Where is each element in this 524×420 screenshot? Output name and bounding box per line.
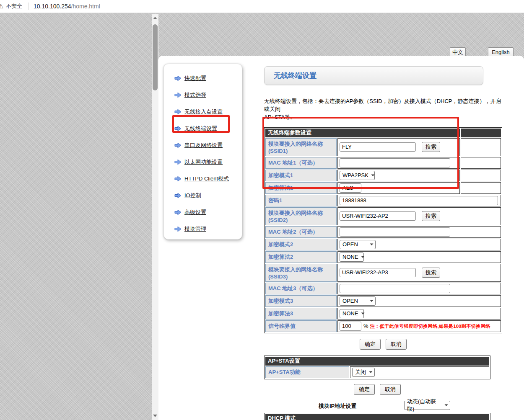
ssid3-input[interactable] (340, 268, 416, 277)
sidebar-item-ap-settings[interactable]: 无线接入点设置 (164, 103, 242, 120)
table-row: 加密模式3 OPEN (265, 295, 501, 307)
sidebar-item-label[interactable]: 高级设置 (184, 209, 206, 216)
chevron-down-icon (370, 300, 374, 302)
table-row: 加密算法3 NONE (265, 308, 501, 320)
ssid1-input[interactable] (340, 142, 416, 152)
row-label: AP+STA功能 (265, 366, 349, 378)
table-row: 加密算法1 AES (265, 182, 501, 194)
table-row: MAC 地址1（可选） (265, 157, 501, 169)
sidebar-item-module-management[interactable]: 模块管理 (164, 221, 242, 237)
arrow-right-icon (174, 193, 182, 198)
scrollbar-up-icon (153, 17, 157, 19)
sidebar-item-sta-settings[interactable]: 无线终端设置 (164, 120, 242, 137)
arrow-right-icon (174, 226, 182, 232)
ip-mode-select[interactable]: 动态(自动获取) (404, 401, 450, 410)
mac3-input[interactable] (340, 284, 450, 293)
row-label: 加密算法2 (265, 251, 337, 263)
arrow-right-icon (174, 142, 182, 148)
apsta-function-select[interactable]: 关闭 (352, 368, 375, 377)
sidebar-item-label[interactable]: 快速配置 (184, 75, 206, 82)
sta-params-table: 无线终端参数设置 模块要接入的网络名称(SSID1) 搜索 MAC 地址1（可选… (264, 127, 502, 333)
ssid2-search-button[interactable]: 搜索 (422, 211, 440, 221)
row-label: MAC 地址1（可选） (265, 157, 337, 169)
sta-cancel-button[interactable]: 取消 (386, 339, 407, 350)
encryption-mode2-select[interactable]: OPEN (340, 240, 376, 249)
apsta-table: AP+STA设置 AP+STA功能 关闭 (264, 356, 490, 379)
chevron-down-icon (444, 404, 448, 407)
sidebar-item-label[interactable]: 模式选择 (184, 91, 206, 99)
sta-ok-button[interactable]: 确定 (360, 339, 381, 350)
sidebar-item-advanced[interactable]: 高级设置 (164, 204, 242, 221)
ssid2-input[interactable] (340, 211, 416, 221)
row-label: 加密模式1 (265, 170, 337, 181)
sidebar-item-label[interactable]: 模块管理 (184, 225, 206, 233)
scrollbar-down-button[interactable] (152, 412, 158, 419)
row-label: MAC 地址3（可选） (265, 283, 337, 294)
arrow-right-icon (174, 209, 182, 215)
table-header: DHCP 模式 (265, 414, 489, 420)
vertical-scrollbar[interactable] (152, 14, 158, 420)
row-label: 加密模式3 (265, 295, 337, 307)
browser-address-bar[interactable]: ⚠ 不安全 10.10.100.254/home.html (0, 0, 524, 13)
empty-cell (461, 182, 501, 194)
page-title: 无线终端设置 (274, 71, 316, 80)
arrow-right-icon (174, 176, 182, 182)
sidebar-item-httpd-client[interactable]: HTTPD Client模式 (164, 170, 242, 187)
mac2-input[interactable] (340, 227, 450, 237)
module-ip-label: 模块IP地址设置 (319, 402, 356, 410)
table-row: 加密模式1 WPA2PSK (265, 170, 501, 181)
chevron-down-icon (370, 243, 374, 246)
chevron-down-icon (361, 312, 365, 315)
table-row: 加密算法2 NONE (265, 251, 501, 263)
encryption-mode3-select[interactable]: OPEN (340, 296, 376, 306)
sidebar-item-label[interactable]: HTTPD Client模式 (184, 175, 229, 183)
divider (28, 3, 29, 10)
sidebar-item-quick-config[interactable]: 快速配置 (164, 70, 242, 87)
table-header: 无线终端参数设置 (265, 129, 460, 137)
url-host: 10.10.100.254 (34, 3, 71, 10)
url-path: /home.html (71, 3, 100, 10)
scrollbar-thumb[interactable] (153, 24, 158, 90)
ssid1-search-button[interactable]: 搜索 (422, 142, 440, 152)
security-label: 不安全 (6, 3, 22, 10)
mac1-input[interactable] (340, 158, 450, 167)
sidebar-item-mode-select[interactable]: 模式选择 (164, 87, 242, 103)
empty-cell (461, 138, 501, 156)
arrow-right-icon (174, 126, 182, 131)
encryption-algorithm2-select[interactable]: NONE (340, 253, 364, 262)
chevron-down-icon (361, 256, 365, 258)
sidebar-item-label[interactable]: 串口及网络设置 (184, 142, 223, 149)
sidebar-item-io-control[interactable]: IO控制 (164, 187, 242, 204)
table-row: 密码1 (265, 195, 501, 206)
sidebar-item-label[interactable]: 无线终端设置 (184, 125, 217, 132)
table-row: 模块要接入的网络名称(SSID1) 搜索 (265, 138, 501, 156)
encryption-algorithm1-select[interactable]: AES (340, 183, 361, 193)
signal-threshold-input[interactable] (340, 322, 361, 331)
encryption-algorithm3-select[interactable]: NONE (340, 309, 364, 318)
row-label: 信号临界值 (265, 320, 337, 332)
signal-threshold-note: 注：低于此信号强度即切换网络,如果是100则不切换网络 (370, 324, 490, 329)
scrollbar-up-button[interactable] (152, 15, 158, 21)
row-label: 模块要接入的网络名称(SSID2) (265, 207, 337, 225)
url-text: 10.10.100.254/home.html (34, 3, 100, 10)
apsta-ok-button[interactable]: 确定 (354, 384, 375, 395)
ssid3-search-button[interactable]: 搜索 (422, 268, 440, 278)
password1-input[interactable] (340, 196, 498, 205)
empty-cell (461, 157, 501, 169)
arrow-right-icon (174, 159, 182, 165)
row-label: 加密算法1 (265, 182, 337, 194)
not-secure-warning-icon: ⚠ (0, 3, 3, 10)
row-label: 模块要接入的网络名称(SSID3) (265, 264, 337, 282)
dhcp-table: DHCP 模式 主机名 (可选) (264, 413, 490, 420)
apsta-cancel-button[interactable]: 取消 (380, 384, 401, 395)
table-row: 信号临界值 %注：低于此信号强度即切换网络,如果是100则不切换网络 (265, 320, 501, 332)
sidebar-item-ethernet[interactable]: 以太网功能设置 (164, 154, 242, 170)
page-description: 无线终端设置，包括：要去连接的AP参数（SSID，加密）及接入模式（DHCP，静… (264, 98, 501, 121)
sidebar-item-serial-network[interactable]: 串口及网络设置 (164, 137, 242, 154)
encryption-mode1-select[interactable]: WPA2PSK (340, 171, 375, 180)
sidebar-item-label[interactable]: IO控制 (184, 192, 201, 199)
sidebar-item-label[interactable]: 以太网功能设置 (184, 158, 223, 166)
row-label: 模块要接入的网络名称(SSID1) (265, 138, 337, 156)
sidebar-menu: 快速配置 模式选择 无线接入点设置 无线终端设置 串口及网络设置 以太网功能设置… (163, 64, 242, 240)
sidebar-item-label[interactable]: 无线接入点设置 (184, 108, 223, 116)
